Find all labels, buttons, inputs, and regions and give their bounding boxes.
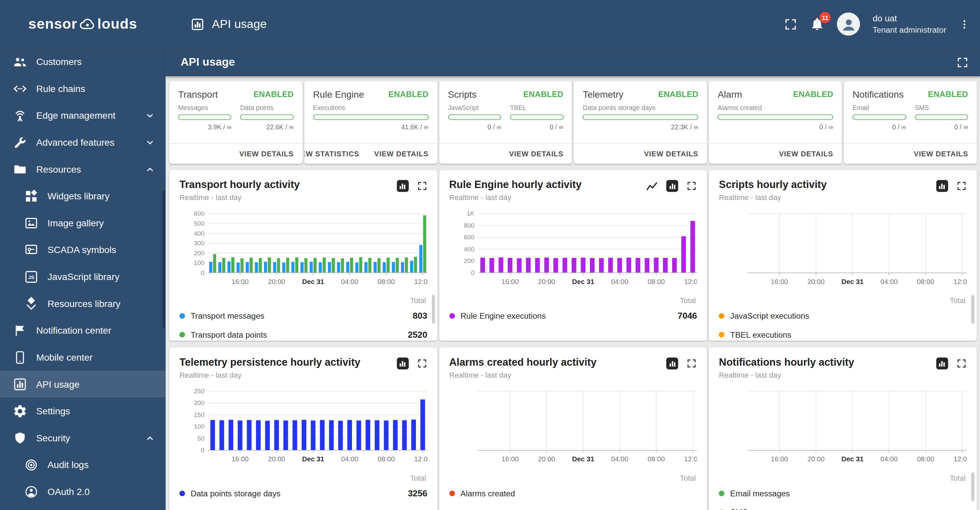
chevron-down-icon[interactable] <box>143 135 157 149</box>
kebab-menu-icon[interactable] <box>959 17 970 31</box>
view-details-button[interactable]: VIEW DETAILS <box>509 150 563 158</box>
sidebar-item-rule-chains[interactable]: Rule chains <box>0 75 165 102</box>
bar-chart-icon[interactable] <box>667 180 678 192</box>
status-badge: ENABLED <box>253 89 293 99</box>
bar-chart-icon <box>191 17 204 31</box>
legend-scrollbar[interactable] <box>432 295 435 324</box>
avatar[interactable] <box>837 13 860 36</box>
chart-title: Rule Engine hourly activity <box>449 179 646 191</box>
svg-text:400: 400 <box>464 246 474 253</box>
legend-scrollbar[interactable] <box>971 295 974 324</box>
sidebar-item-customers[interactable]: Customers <box>0 48 165 75</box>
chart-canvas: 05010015020025016:0020:00Dec 3104:0008:0… <box>179 386 427 470</box>
sidebar-item-label: Widgets library <box>48 191 110 201</box>
svg-text:12:00: 12:00 <box>684 455 697 463</box>
chart-canvas: 010020030040050060016:0020:00Dec 3104:00… <box>179 209 427 292</box>
sidebar-item-widgets-library[interactable]: Widgets library <box>0 183 165 210</box>
chart-canvas: 16:0020:00Dec 3104:0008:0012:00 <box>449 386 697 470</box>
svg-text:08:00: 08:00 <box>378 278 395 285</box>
legend-dot <box>449 313 455 318</box>
sidebar-item-notification-center[interactable]: Notification center <box>0 317 165 344</box>
fullscreen-icon[interactable] <box>956 181 967 191</box>
status-card-title: Rule Engine <box>313 89 364 99</box>
legend-row-data-points-storage-days: Data points storage days3256 <box>179 484 427 502</box>
chart-legend: TotalRule Engine executions7046 <box>449 293 697 325</box>
svg-text:16:00: 16:00 <box>501 278 519 285</box>
sidebar-item-settings[interactable]: Settings <box>0 398 165 425</box>
view-details-button[interactable]: VIEW DETAILS <box>644 150 698 158</box>
dashboard-fullscreen-icon[interactable] <box>956 56 969 69</box>
line-chart-icon[interactable] <box>646 180 658 192</box>
fullscreen-icon[interactable] <box>784 17 798 31</box>
legend-row-sms-messages: SMS messages <box>719 503 967 510</box>
notifications-badge: 11 <box>820 12 831 23</box>
chart-card-header: Telemetry persistence hourly activityRea… <box>179 356 427 385</box>
sidebar-item-javascript-library[interactable]: JSJavaScript library <box>0 263 165 290</box>
bar-chart-icon[interactable] <box>397 357 409 370</box>
usage-gauge-executions: Executions41.6K / ∞ <box>313 104 429 143</box>
gauge-value: 0 / ∞ <box>718 123 833 131</box>
sidebar-item-edge-management[interactable]: Edge management <box>0 102 165 129</box>
svg-text:400: 400 <box>194 230 204 237</box>
sidebar-item-advanced-features[interactable]: Advanced features <box>0 129 165 156</box>
legend-dot <box>449 490 455 496</box>
svg-text:04:00: 04:00 <box>611 455 628 463</box>
legend-row-email-messages: Email messages <box>719 484 967 502</box>
chevron-down-icon[interactable] <box>143 108 157 122</box>
bar-chart-icon[interactable] <box>936 180 948 192</box>
sidebar-item-label: Image gallery <box>48 218 104 228</box>
fullscreen-icon[interactable] <box>686 358 697 369</box>
sidebar-item-security[interactable]: Security <box>0 424 165 451</box>
usage-gauge-email: Email0 / ∞ <box>853 104 906 143</box>
sidebar-item-resources-library[interactable]: Resources library <box>0 290 165 317</box>
bar-chart-icon[interactable] <box>936 357 948 370</box>
chart-canvas: 16:0020:00Dec 3104:0008:0012:00 <box>719 209 967 292</box>
svg-text:JS: JS <box>28 274 34 280</box>
view-details-button[interactable]: VIEW DETAILS <box>239 150 294 158</box>
svg-text:Dec 31: Dec 31 <box>842 455 864 463</box>
logo-text-right: louds <box>97 16 137 33</box>
sidebar-item-label: API usage <box>37 379 80 389</box>
sidebar-scrollbar[interactable] <box>163 191 165 328</box>
gauge-progress-bar <box>448 114 501 120</box>
chevron-up-icon[interactable] <box>143 431 157 445</box>
fullscreen-icon[interactable] <box>956 358 967 369</box>
main-area: API usage TransportENABLEDMessages3.9K /… <box>165 48 980 510</box>
chevron-up-icon[interactable] <box>143 162 157 176</box>
status-card-actions: VIEW DETAILS <box>439 143 572 164</box>
svg-text:50: 50 <box>197 435 204 442</box>
view-details-button[interactable]: VIEW DETAILS <box>779 150 833 158</box>
api-usage-icon <box>13 377 28 392</box>
fullscreen-icon[interactable] <box>417 358 427 369</box>
gauge-progress-bar <box>510 114 563 120</box>
fullscreen-icon[interactable] <box>417 181 427 191</box>
legend-total-header: Total <box>719 470 967 484</box>
sidebar-item-audit-logs[interactable]: Audit logs <box>0 451 165 478</box>
notifications-bell[interactable]: 11 <box>810 17 824 31</box>
chart-toolbar <box>397 357 427 370</box>
legend-scrollbar[interactable] <box>971 473 974 501</box>
view-statistics-button[interactable]: VIEW STATISTICS <box>304 150 360 158</box>
sidebar-item-mobile-center[interactable]: Mobile center <box>0 344 165 371</box>
gauge-progress-bar <box>240 114 294 120</box>
status-card-title: Notifications <box>853 89 904 99</box>
fullscreen-icon[interactable] <box>686 181 697 191</box>
sidebar-item-api-usage[interactable]: API usage <box>0 371 165 398</box>
sidebar-item-resources[interactable]: Resources <box>0 156 165 183</box>
logo[interactable]: sensor louds <box>0 16 165 33</box>
sidebar-item-image-gallery[interactable]: Image gallery <box>0 209 165 236</box>
view-details-button[interactable]: VIEW DETAILS <box>374 150 429 158</box>
sidebar-item-oauth-2-0[interactable]: OAuth 2.0 <box>0 478 165 505</box>
chart-title: Alarms created hourly activity <box>449 356 667 368</box>
sidebar-item-scada-symbols[interactable]: SCADA symbols <box>0 236 165 263</box>
chart-legend: TotalTransport messages803Transport data… <box>179 293 427 341</box>
resources-library-icon <box>24 296 39 311</box>
bar-chart-icon[interactable] <box>397 180 409 192</box>
svg-text:04:00: 04:00 <box>341 278 358 285</box>
svg-text:0: 0 <box>201 446 204 454</box>
chart-canvas: 02004006008001K16:0020:00Dec 3104:0008:0… <box>449 209 697 292</box>
bar-chart-icon[interactable] <box>667 357 678 370</box>
sidebar-item-label: Notification center <box>37 325 111 336</box>
shield-icon <box>13 431 28 445</box>
view-details-button[interactable]: VIEW DETAILS <box>914 150 968 158</box>
